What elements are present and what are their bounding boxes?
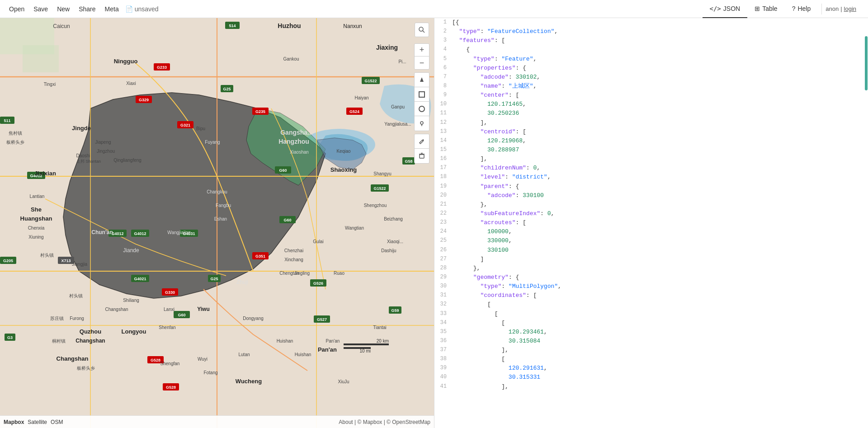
code-line-7: 7 "adcode": 330102, <box>434 73 868 82</box>
city-label-jiaxing: Jiaxing <box>376 44 398 51</box>
code-line-39: 39 120.291631, <box>434 364 868 373</box>
svg-text:Xinchang: Xinchang <box>284 257 303 262</box>
svg-text:G235: G235 <box>255 109 265 114</box>
svg-text:Changshan: Changshan <box>105 307 128 312</box>
code-line-33: 33 [ <box>434 310 868 319</box>
svg-text:10 mi: 10 mi <box>360 348 371 353</box>
svg-text:G58: G58 <box>405 159 412 164</box>
svg-text:G4012: G4012 <box>111 231 123 236</box>
help-icon: ? <box>792 5 796 12</box>
meta-button[interactable]: Meta <box>100 0 123 18</box>
svg-text:Ganpu: Ganpu <box>391 104 405 109</box>
satellite-source-button[interactable]: Satellite <box>28 419 47 425</box>
draw-point-button[interactable] <box>415 73 429 87</box>
user-info: anon | login <box>826 5 856 12</box>
code-line-19: 19 "parent": { <box>434 182 868 191</box>
svg-text:Qingliangfeng: Qingliangfeng <box>113 158 142 163</box>
code-line-10: 10 120.171465, <box>434 100 868 109</box>
code-line-35: 35 120.293461, <box>434 328 868 337</box>
new-button[interactable]: New <box>52 0 74 18</box>
code-line-21: 21 }, <box>434 200 868 209</box>
open-button[interactable]: Open <box>5 0 29 18</box>
json-editor[interactable]: 1 [{ 2 "type": "FeatureCollection", 3 "f… <box>434 18 868 428</box>
code-line-18: 18 "level": "district", <box>434 173 868 182</box>
code-line-28: 28 }, <box>434 264 868 273</box>
map-canvas[interactable]: 514 511 G329 G233 G25 G1522 G60 <box>0 18 434 428</box>
svg-text:Jiapeng: Jiapeng <box>95 140 111 145</box>
svg-text:G60: G60 <box>279 168 287 173</box>
svg-text:Xiaoshan: Xiaoshan <box>290 150 309 155</box>
svg-text:Changshan: Changshan <box>57 355 89 362</box>
code-line-24: 24 100000, <box>434 227 868 236</box>
svg-text:村头镇: 村头镇 <box>69 293 83 298</box>
svg-text:G1522: G1522 <box>373 186 386 191</box>
svg-text:Fotang: Fotang <box>203 370 217 375</box>
zoom-out-button[interactable]: − <box>415 56 429 69</box>
delete-button[interactable] <box>415 149 429 163</box>
code-line-30: 30 "type": "MultiPolygon", <box>434 282 868 291</box>
svg-rect-3 <box>23 45 59 72</box>
tab-help-label: Help <box>797 5 811 12</box>
draw-square-button[interactable] <box>415 87 429 102</box>
code-line-29: 29 "geometry": { <box>434 273 868 282</box>
draw-circle-button[interactable] <box>415 102 429 116</box>
svg-text:Jiande: Jiande <box>123 247 139 254</box>
code-line-25: 25 330000, <box>434 236 868 245</box>
tab-help[interactable]: ? Help <box>785 0 818 18</box>
svg-text:Changkou: Changkou <box>207 189 227 194</box>
svg-text:G59: G59 <box>391 308 399 313</box>
svg-line-147 <box>423 31 425 33</box>
svg-text:焦村镇: 焦村镇 <box>9 131 22 136</box>
svg-text:Chenzhai: Chenzhai <box>284 248 303 253</box>
map-search-button[interactable] <box>415 23 429 37</box>
code-line-34: 34 [ <box>434 319 868 328</box>
city-label-ningguo: Ningguo <box>114 58 138 65</box>
svg-text:Chun'an: Chun'an <box>91 229 113 235</box>
svg-text:G205: G205 <box>3 259 13 263</box>
svg-text:Shenfan: Shenfan <box>159 325 175 330</box>
tab-table[interactable]: ⊞ Table <box>747 0 784 18</box>
code-line-15: 15 30.288987 <box>434 146 868 155</box>
scrollbar-thumb[interactable] <box>865 36 868 90</box>
edit-button[interactable] <box>415 134 429 149</box>
city-label-caicun: Caicun <box>53 23 70 29</box>
svg-text:514: 514 <box>229 24 236 28</box>
svg-text:Shengfan: Shengfan <box>160 361 180 366</box>
svg-text:G351: G351 <box>255 254 265 259</box>
svg-text:Changshan: Changshan <box>75 338 105 344</box>
svg-text:Huishan: Huishan <box>277 339 293 343</box>
code-line-11: 11 30.250236 <box>434 109 868 118</box>
save-button[interactable]: Save <box>29 0 52 18</box>
share-button[interactable]: Share <box>74 0 100 18</box>
login-link[interactable]: login <box>844 5 856 12</box>
svg-text:G330: G330 <box>165 290 175 295</box>
svg-text:Dashiju: Dashiju <box>381 248 396 253</box>
code-line-36: 36 30.315084 <box>434 337 868 346</box>
svg-text:Wangjiajing: Wangjiajing <box>167 230 190 235</box>
osm-source-button[interactable]: OSM <box>51 419 63 425</box>
svg-rect-142 <box>344 343 389 345</box>
zoom-in-button[interactable]: + <box>415 44 429 56</box>
svg-text:G25: G25 <box>223 87 231 91</box>
svg-text:G528: G528 <box>166 385 176 390</box>
svg-text:Shiliang: Shiliang <box>123 298 139 303</box>
svg-text:Dongyang: Dongyang <box>243 316 264 321</box>
svg-text:X713: X713 <box>61 259 71 263</box>
code-line-16: 16 ], <box>434 155 868 164</box>
svg-text:Chenxia: Chenxia <box>28 226 45 230</box>
svg-text:G60: G60 <box>178 313 185 317</box>
svg-text:村头镇: 村头镇 <box>40 253 54 258</box>
code-line-37: 37 ], <box>434 346 868 355</box>
city-label-tingxi: Tingxi <box>44 82 56 87</box>
svg-text:G528: G528 <box>151 358 160 362</box>
tab-json[interactable]: </> JSON <box>703 0 748 18</box>
mapbox-source-button[interactable]: Mapbox <box>4 419 24 425</box>
svg-rect-149 <box>419 92 425 97</box>
draw-pin-button[interactable] <box>415 116 429 131</box>
svg-text:Haiyan: Haiyan <box>354 95 368 100</box>
svg-text:Ruao: Ruao <box>334 271 344 276</box>
svg-text:G329: G329 <box>139 98 149 102</box>
svg-text:G4012: G4012 <box>134 231 146 236</box>
svg-text:Shaoxing: Shaoxing <box>330 166 357 173</box>
svg-text:Keqiao: Keqiao <box>336 149 351 154</box>
